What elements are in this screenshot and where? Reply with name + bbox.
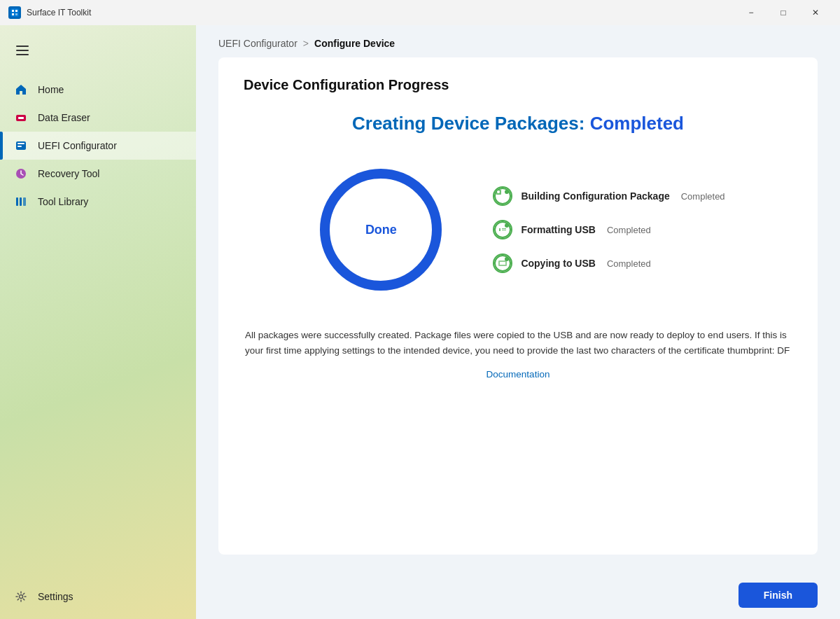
svg-rect-9 xyxy=(18,146,22,147)
step-1-status: Completed xyxy=(607,225,651,235)
description-text: All packages were successfully created. … xyxy=(245,328,791,358)
breadcrumb-separator: > xyxy=(303,38,309,49)
step-item-1: Formatting USB Completed xyxy=(493,220,724,239)
main-content: UEFI Configurator > Configure Device Dev… xyxy=(196,25,840,619)
svg-rect-23 xyxy=(500,262,505,265)
footer-area: Finish xyxy=(196,571,840,619)
nav-bottom: Settings xyxy=(0,574,196,619)
step-2-name: Copying to USB xyxy=(521,258,596,269)
progress-content: Creating Device Packages: Completed Done xyxy=(244,113,792,535)
svg-rect-3 xyxy=(12,13,14,15)
breadcrumb-parent[interactable]: UEFI Configurator xyxy=(218,38,298,49)
hamburger-button[interactable] xyxy=(8,36,36,64)
progress-circle: Done xyxy=(311,160,451,300)
step-icon-1 xyxy=(493,220,512,239)
breadcrumb: UEFI Configurator > Configure Device xyxy=(196,25,840,57)
app-title: Surface IT Toolkit xyxy=(27,8,91,18)
eraser-icon xyxy=(14,111,28,125)
heading-prefix: Creating Device Packages: xyxy=(352,113,590,134)
sidebar-item-home-label: Home xyxy=(38,84,64,95)
step-1-name: Formatting USB xyxy=(521,224,596,235)
sidebar-item-uefi-label: UEFI Configurator xyxy=(38,140,117,151)
breadcrumb-current: Configure Device xyxy=(314,38,395,49)
svg-rect-2 xyxy=(15,10,18,12)
svg-rect-12 xyxy=(20,197,22,206)
step-0-name: Building Configuration Package xyxy=(521,190,669,202)
sidebar-item-settings-label: Settings xyxy=(38,591,74,602)
circle-label: Done xyxy=(365,223,397,237)
sidebar-item-library-label: Tool Library xyxy=(38,196,88,207)
svg-point-24 xyxy=(505,257,509,261)
titlebar-left: Surface IT Toolkit xyxy=(8,6,91,19)
svg-rect-8 xyxy=(18,143,24,144)
app-icon xyxy=(8,6,21,19)
progress-heading: Creating Device Packages: Completed xyxy=(352,113,684,134)
sidebar-item-data-eraser-label: Data Eraser xyxy=(38,112,90,123)
steps-list: Building Configuration Package Completed xyxy=(493,186,724,273)
heading-status: Completed xyxy=(590,113,684,134)
sidebar-item-settings[interactable]: Settings xyxy=(0,583,196,611)
maximize-button[interactable]: □ xyxy=(767,1,799,24)
sidebar-item-data-eraser[interactable]: Data Eraser xyxy=(0,104,196,132)
svg-rect-0 xyxy=(10,8,19,17)
app-body: Home Data Eraser xyxy=(0,25,840,619)
uefi-icon xyxy=(14,139,28,153)
sidebar-item-recovery[interactable]: Recovery Tool xyxy=(0,160,196,188)
svg-point-14 xyxy=(20,595,23,599)
page-title: Device Configuration Progress xyxy=(244,77,792,93)
library-icon xyxy=(14,195,28,209)
titlebar-controls: − □ ✕ xyxy=(735,1,832,24)
svg-rect-13 xyxy=(23,197,26,206)
svg-rect-11 xyxy=(16,197,18,206)
hamburger-line1 xyxy=(16,46,29,47)
step-item-2: Copying to USB Completed xyxy=(493,253,724,273)
step-icon-2 xyxy=(493,253,512,273)
sidebar: Home Data Eraser xyxy=(0,25,196,619)
minimize-button[interactable]: − xyxy=(735,1,767,24)
documentation-link[interactable]: Documentation xyxy=(486,369,550,380)
svg-rect-1 xyxy=(12,10,14,12)
svg-rect-6 xyxy=(18,117,24,119)
sidebar-item-tool-library[interactable]: Tool Library xyxy=(0,188,196,216)
home-icon xyxy=(14,83,28,97)
step-2-status: Completed xyxy=(607,258,651,269)
svg-point-17 xyxy=(497,190,500,193)
svg-point-18 xyxy=(505,190,509,194)
finish-button[interactable]: Finish xyxy=(738,583,818,608)
step-icon-0 xyxy=(493,186,512,206)
close-button[interactable]: ✕ xyxy=(799,1,832,24)
step-0-status: Completed xyxy=(681,191,725,202)
nav-items: Home Data Eraser xyxy=(0,70,196,574)
titlebar: Surface IT Toolkit − □ ✕ xyxy=(0,0,840,25)
svg-rect-4 xyxy=(15,13,18,15)
settings-icon xyxy=(14,590,28,604)
recovery-icon xyxy=(14,167,28,181)
sidebar-item-home[interactable]: Home xyxy=(0,76,196,104)
content-card: Device Configuration Progress Creating D… xyxy=(218,57,818,555)
progress-main: Done xyxy=(311,160,724,300)
svg-point-20 xyxy=(505,223,509,228)
hamburger-line3 xyxy=(16,54,29,55)
step-item-0: Building Configuration Package Completed xyxy=(493,186,724,206)
sidebar-item-uefi[interactable]: UEFI Configurator xyxy=(0,132,196,160)
hamburger-line2 xyxy=(16,50,29,51)
sidebar-item-recovery-label: Recovery Tool xyxy=(38,168,99,179)
